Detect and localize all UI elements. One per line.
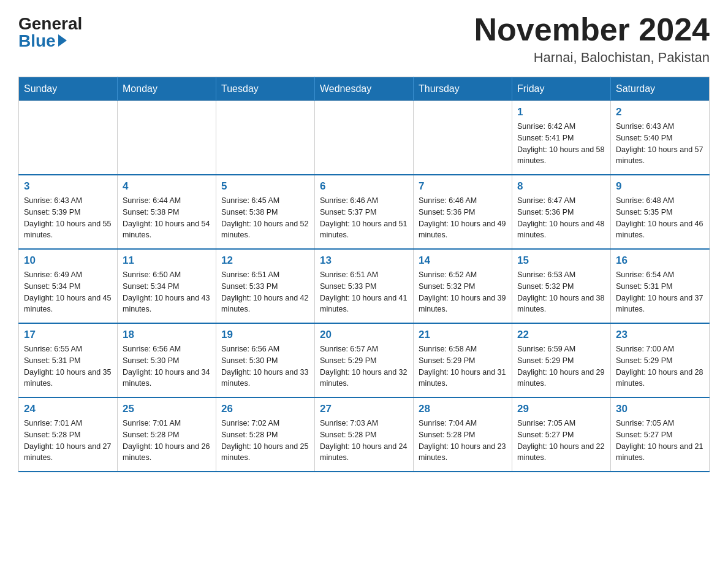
calendar-cell: 13Sunrise: 6:51 AMSunset: 5:33 PMDayligh…	[315, 249, 414, 323]
cell-sun-info: Sunrise: 6:54 AMSunset: 5:31 PMDaylight:…	[616, 269, 704, 315]
cell-sun-info: Sunrise: 6:52 AMSunset: 5:32 PMDaylight:…	[419, 269, 507, 315]
calendar-week-1: 3Sunrise: 6:43 AMSunset: 5:39 PMDaylight…	[19, 175, 710, 249]
cell-sun-info: Sunrise: 7:05 AMSunset: 5:27 PMDaylight:…	[616, 418, 704, 464]
cell-sun-info: Sunrise: 6:50 AMSunset: 5:34 PMDaylight:…	[123, 269, 211, 315]
cell-sun-info: Sunrise: 7:00 AMSunset: 5:29 PMDaylight:…	[616, 343, 704, 389]
calendar-cell: 15Sunrise: 6:53 AMSunset: 5:32 PMDayligh…	[512, 249, 611, 323]
cell-date-number: 25	[123, 403, 211, 415]
cell-sun-info: Sunrise: 6:48 AMSunset: 5:35 PMDaylight:…	[616, 195, 704, 241]
calendar-cell: 4Sunrise: 6:44 AMSunset: 5:38 PMDaylight…	[118, 175, 216, 249]
calendar-cell: 26Sunrise: 7:02 AMSunset: 5:28 PMDayligh…	[216, 397, 315, 472]
calendar-cell: 28Sunrise: 7:04 AMSunset: 5:28 PMDayligh…	[414, 397, 512, 472]
calendar-cell: 29Sunrise: 7:05 AMSunset: 5:27 PMDayligh…	[512, 397, 611, 472]
cell-date-number: 12	[221, 255, 309, 267]
cell-date-number: 20	[320, 329, 408, 341]
cell-sun-info: Sunrise: 6:55 AMSunset: 5:31 PMDaylight:…	[24, 343, 112, 389]
cell-sun-info: Sunrise: 7:01 AMSunset: 5:28 PMDaylight:…	[24, 418, 112, 464]
calendar-cell	[118, 101, 216, 175]
calendar-cell: 24Sunrise: 7:01 AMSunset: 5:28 PMDayligh…	[19, 397, 118, 472]
calendar-cell: 6Sunrise: 6:46 AMSunset: 5:37 PMDaylight…	[315, 175, 414, 249]
calendar-cell	[19, 101, 118, 175]
calendar-cell: 5Sunrise: 6:45 AMSunset: 5:38 PMDaylight…	[216, 175, 315, 249]
day-header-monday: Monday	[118, 77, 216, 101]
calendar-cell: 8Sunrise: 6:47 AMSunset: 5:36 PMDaylight…	[512, 175, 611, 249]
cell-sun-info: Sunrise: 6:57 AMSunset: 5:29 PMDaylight:…	[320, 343, 408, 389]
cell-sun-info: Sunrise: 6:58 AMSunset: 5:29 PMDaylight:…	[419, 343, 507, 389]
cell-sun-info: Sunrise: 6:49 AMSunset: 5:34 PMDaylight:…	[24, 269, 112, 315]
calendar-cell: 20Sunrise: 6:57 AMSunset: 5:29 PMDayligh…	[315, 323, 414, 397]
cell-sun-info: Sunrise: 6:59 AMSunset: 5:29 PMDaylight:…	[517, 343, 605, 389]
cell-date-number: 9	[616, 180, 704, 193]
calendar-cell: 2Sunrise: 6:43 AMSunset: 5:40 PMDaylight…	[611, 101, 710, 175]
cell-date-number: 19	[221, 329, 309, 341]
day-header-row: SundayMondayTuesdayWednesdayThursdayFrid…	[19, 77, 710, 101]
logo: General Blue	[18, 12, 82, 50]
calendar-title: November 2024	[474, 12, 710, 47]
day-header-friday: Friday	[512, 77, 611, 101]
calendar-cell	[216, 101, 315, 175]
cell-date-number: 24	[24, 403, 112, 415]
cell-date-number: 22	[517, 329, 605, 341]
cell-date-number: 4	[123, 180, 211, 193]
cell-date-number: 30	[616, 403, 704, 415]
calendar-cell: 11Sunrise: 6:50 AMSunset: 5:34 PMDayligh…	[118, 249, 216, 323]
cell-date-number: 29	[517, 403, 605, 415]
calendar-cell	[315, 101, 414, 175]
cell-sun-info: Sunrise: 6:46 AMSunset: 5:36 PMDaylight:…	[419, 195, 507, 241]
calendar-week-3: 17Sunrise: 6:55 AMSunset: 5:31 PMDayligh…	[19, 323, 710, 397]
cell-sun-info: Sunrise: 7:01 AMSunset: 5:28 PMDaylight:…	[123, 418, 211, 464]
cell-date-number: 14	[419, 255, 507, 267]
cell-sun-info: Sunrise: 6:46 AMSunset: 5:37 PMDaylight:…	[320, 195, 408, 241]
cell-date-number: 7	[419, 180, 507, 193]
calendar-cell: 30Sunrise: 7:05 AMSunset: 5:27 PMDayligh…	[611, 397, 710, 472]
cell-date-number: 5	[221, 180, 309, 193]
page-header: General Blue November 2024 Harnai, Baloc…	[18, 12, 710, 66]
day-header-tuesday: Tuesday	[216, 77, 315, 101]
day-header-saturday: Saturday	[611, 77, 710, 101]
cell-date-number: 21	[419, 329, 507, 341]
cell-date-number: 13	[320, 255, 408, 267]
cell-sun-info: Sunrise: 6:42 AMSunset: 5:41 PMDaylight:…	[517, 121, 605, 167]
cell-sun-info: Sunrise: 6:53 AMSunset: 5:32 PMDaylight:…	[517, 269, 605, 315]
calendar-cell: 19Sunrise: 6:56 AMSunset: 5:30 PMDayligh…	[216, 323, 315, 397]
cell-date-number: 18	[123, 329, 211, 341]
cell-date-number: 2	[616, 106, 704, 118]
title-block: November 2024 Harnai, Balochistan, Pakis…	[474, 12, 710, 66]
day-header-wednesday: Wednesday	[315, 77, 414, 101]
calendar-week-4: 24Sunrise: 7:01 AMSunset: 5:28 PMDayligh…	[19, 397, 710, 472]
calendar-cell: 23Sunrise: 7:00 AMSunset: 5:29 PMDayligh…	[611, 323, 710, 397]
calendar-cell: 9Sunrise: 6:48 AMSunset: 5:35 PMDaylight…	[611, 175, 710, 249]
calendar-week-2: 10Sunrise: 6:49 AMSunset: 5:34 PMDayligh…	[19, 249, 710, 323]
cell-date-number: 23	[616, 329, 704, 341]
calendar-cell: 21Sunrise: 6:58 AMSunset: 5:29 PMDayligh…	[414, 323, 512, 397]
logo-blue-text: Blue	[18, 33, 67, 50]
calendar-header: SundayMondayTuesdayWednesdayThursdayFrid…	[19, 77, 710, 101]
calendar-cell: 7Sunrise: 6:46 AMSunset: 5:36 PMDaylight…	[414, 175, 512, 249]
cell-sun-info: Sunrise: 7:03 AMSunset: 5:28 PMDaylight:…	[320, 418, 408, 464]
day-header-sunday: Sunday	[19, 77, 118, 101]
cell-date-number: 16	[616, 255, 704, 267]
cell-sun-info: Sunrise: 6:43 AMSunset: 5:39 PMDaylight:…	[24, 195, 112, 241]
calendar-cell: 1Sunrise: 6:42 AMSunset: 5:41 PMDaylight…	[512, 101, 611, 175]
cell-date-number: 17	[24, 329, 112, 341]
cell-date-number: 1	[517, 106, 605, 118]
calendar-cell	[414, 101, 512, 175]
cell-sun-info: Sunrise: 6:51 AMSunset: 5:33 PMDaylight:…	[320, 269, 408, 315]
cell-sun-info: Sunrise: 7:05 AMSunset: 5:27 PMDaylight:…	[517, 418, 605, 464]
cell-date-number: 27	[320, 403, 408, 415]
cell-sun-info: Sunrise: 6:43 AMSunset: 5:40 PMDaylight:…	[616, 121, 704, 167]
cell-sun-info: Sunrise: 6:44 AMSunset: 5:38 PMDaylight:…	[123, 195, 211, 241]
calendar-cell: 27Sunrise: 7:03 AMSunset: 5:28 PMDayligh…	[315, 397, 414, 472]
cell-sun-info: Sunrise: 6:56 AMSunset: 5:30 PMDaylight:…	[221, 343, 309, 389]
calendar-week-0: 1Sunrise: 6:42 AMSunset: 5:41 PMDaylight…	[19, 101, 710, 175]
logo-general-text: General	[18, 15, 82, 33]
cell-date-number: 10	[24, 255, 112, 267]
cell-date-number: 8	[517, 180, 605, 193]
cell-sun-info: Sunrise: 6:51 AMSunset: 5:33 PMDaylight:…	[221, 269, 309, 315]
calendar-cell: 3Sunrise: 6:43 AMSunset: 5:39 PMDaylight…	[19, 175, 118, 249]
calendar-cell: 22Sunrise: 6:59 AMSunset: 5:29 PMDayligh…	[512, 323, 611, 397]
calendar-cell: 10Sunrise: 6:49 AMSunset: 5:34 PMDayligh…	[19, 249, 118, 323]
day-header-thursday: Thursday	[414, 77, 512, 101]
logo-triangle-icon	[58, 34, 67, 47]
cell-date-number: 11	[123, 255, 211, 267]
